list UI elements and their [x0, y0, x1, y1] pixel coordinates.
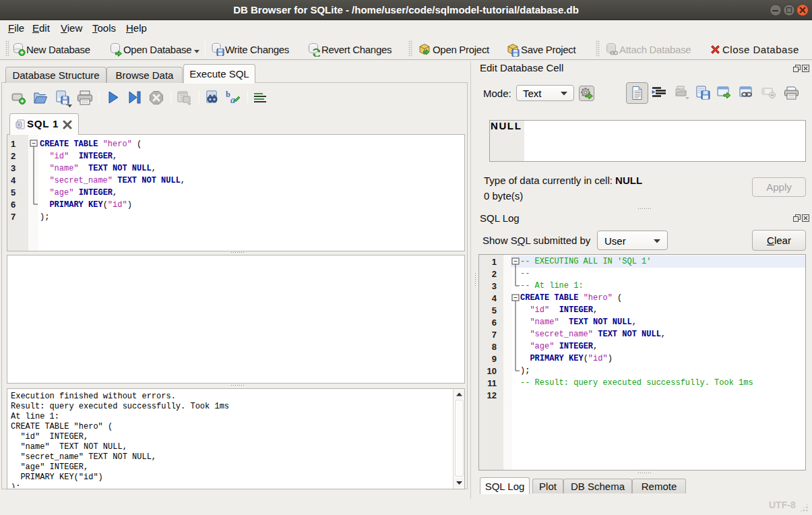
svg-text:a: a: [230, 95, 235, 105]
svg-text:b: b: [226, 90, 230, 99]
